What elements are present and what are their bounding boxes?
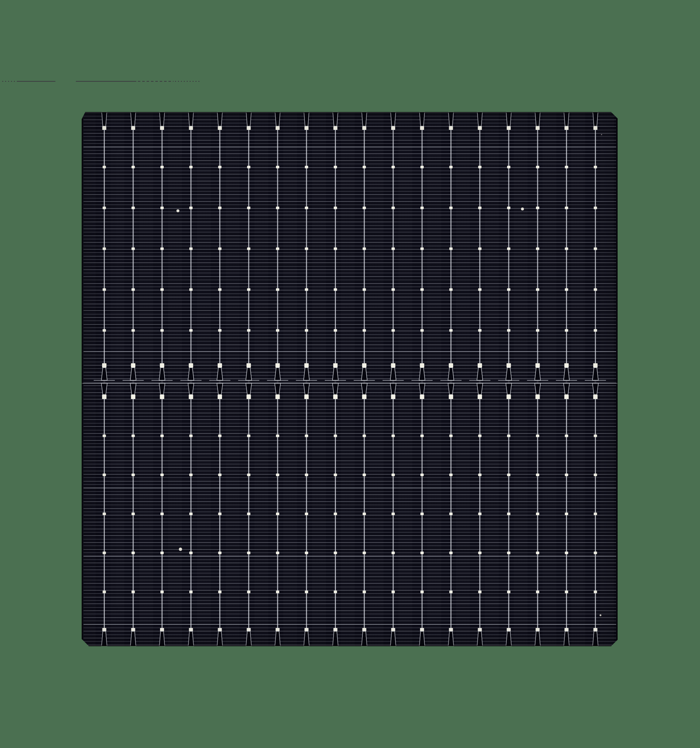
background-artifact-line [0,81,700,82]
artifact-line-segment [138,81,173,82]
artifact-line-segment [175,81,200,82]
artifact-line-segment [17,81,55,82]
solar-cell [82,112,618,646]
artifact-line-segment [76,81,137,82]
cell-edge-vignette [82,112,618,646]
artifact-line-segment [2,81,15,82]
photo-stage [0,0,700,748]
